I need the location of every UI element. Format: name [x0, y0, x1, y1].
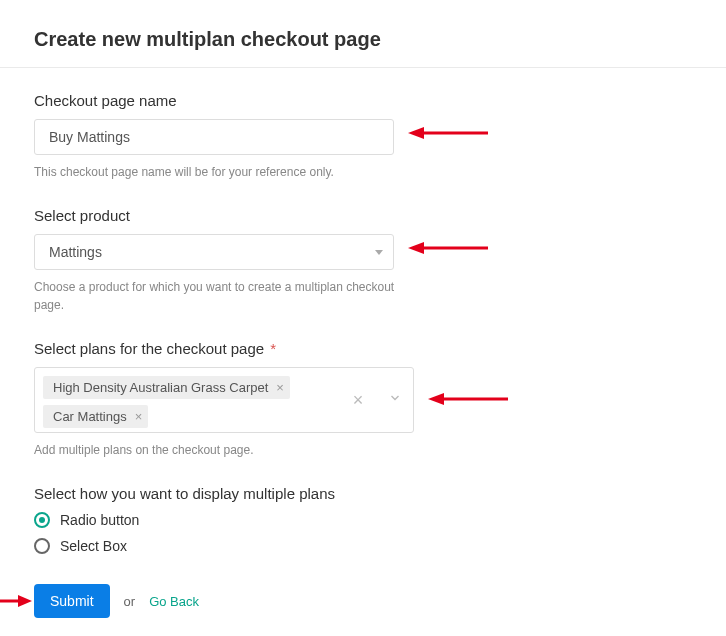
multiselect-controls: × — [340, 368, 413, 432]
select-product[interactable]: Mattings — [34, 234, 394, 270]
multiselect-plans[interactable]: High Density Australian Grass Carpet × C… — [34, 367, 414, 433]
arrow-annotation — [0, 590, 34, 612]
radio-label: Select Box — [60, 538, 127, 554]
radio-group-display: Radio button Select Box — [34, 512, 692, 554]
arrow-annotation — [402, 122, 492, 144]
help-plans: Add multiple plans on the checkout page. — [34, 441, 414, 459]
tag-remove-icon[interactable]: × — [135, 410, 143, 423]
select-product-value: Mattings — [49, 244, 102, 260]
page-title: Create new multiplan checkout page — [34, 28, 692, 51]
help-product: Choose a product for which you want to c… — [34, 278, 414, 314]
arrow-annotation — [402, 237, 492, 259]
label-product: Select product — [34, 207, 692, 224]
or-text: or — [124, 594, 136, 609]
tag-item: High Density Australian Grass Carpet × — [43, 376, 290, 399]
help-page-name: This checkout page name will be for your… — [34, 163, 414, 181]
clear-all-icon[interactable]: × — [340, 390, 376, 411]
svg-marker-3 — [408, 242, 424, 254]
go-back-link[interactable]: Go Back — [149, 594, 199, 609]
actions-row: Submit or Go Back — [34, 584, 692, 618]
tag-label: Car Mattings — [53, 409, 127, 424]
svg-marker-1 — [408, 127, 424, 139]
tag-label: High Density Australian Grass Carpet — [53, 380, 268, 395]
radio-option-radio-button[interactable]: Radio button — [34, 512, 692, 528]
multiselect-toggle[interactable] — [377, 391, 413, 409]
field-page-name: Checkout page name This checkout page na… — [34, 92, 692, 181]
tags-area: High Density Australian Grass Carpet × C… — [35, 368, 340, 432]
caret-down-icon — [375, 250, 383, 255]
tag-remove-icon[interactable]: × — [276, 381, 284, 394]
divider — [0, 67, 726, 68]
field-display: Select how you want to display multiple … — [34, 485, 692, 554]
required-marker: * — [266, 340, 276, 357]
tag-item: Car Mattings × — [43, 405, 148, 428]
arrow-annotation — [422, 388, 512, 410]
radio-icon — [34, 512, 50, 528]
label-plans: Select plans for the checkout page * — [34, 340, 692, 357]
label-display: Select how you want to display multiple … — [34, 485, 692, 502]
field-plans: Select plans for the checkout page * Hig… — [34, 340, 692, 459]
field-product: Select product Mattings Choose a product… — [34, 207, 692, 314]
radio-icon — [34, 538, 50, 554]
submit-button[interactable]: Submit — [34, 584, 110, 618]
input-page-name[interactable] — [34, 119, 394, 155]
label-page-name: Checkout page name — [34, 92, 692, 109]
svg-marker-7 — [18, 595, 32, 607]
label-plans-text: Select plans for the checkout page — [34, 340, 264, 357]
radio-label: Radio button — [60, 512, 139, 528]
radio-option-select-box[interactable]: Select Box — [34, 538, 692, 554]
svg-marker-5 — [428, 393, 444, 405]
chevron-down-icon — [388, 391, 402, 409]
